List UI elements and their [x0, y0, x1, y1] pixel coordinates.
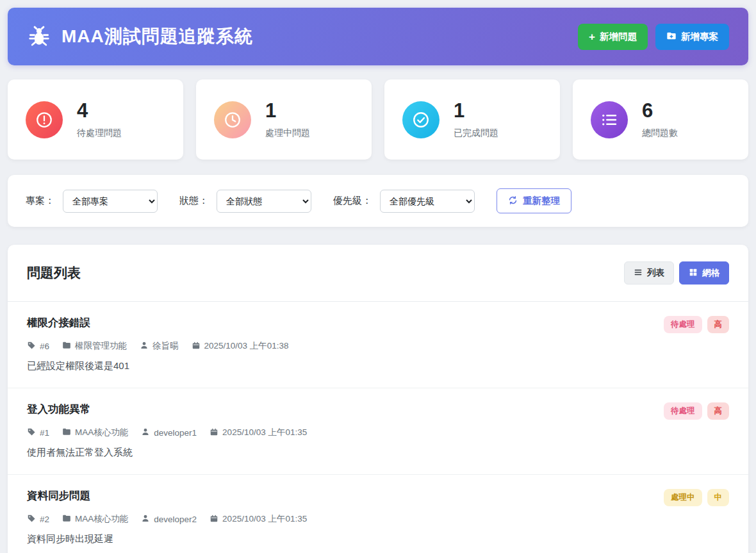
grid-view-label: 網格	[702, 267, 719, 279]
list-view-button[interactable]: 列表	[624, 261, 674, 285]
calendar-icon	[210, 514, 218, 525]
issue-assignee: developer2	[154, 515, 197, 524]
exclamation-circle-icon	[26, 101, 63, 138]
clock-icon	[214, 101, 251, 138]
calendar-icon	[192, 341, 201, 352]
priority-filter-label: 優先級：	[333, 195, 372, 207]
issue-assignee: developer1	[154, 428, 197, 438]
stat-label: 處理中問題	[265, 128, 310, 139]
filter-bar: 專案： 全部專案 狀態： 全部狀態 優先級： 全部優先級 重新整	[8, 175, 748, 227]
check-circle-icon	[402, 101, 440, 138]
issue-title: 登入功能異常	[27, 402, 90, 417]
issue-id: #1	[40, 428, 49, 438]
issue-description: 使用者無法正常登入系統	[27, 447, 729, 459]
issue-date: 2025/10/03 上午01:35	[222, 513, 307, 525]
stat-value: 6	[642, 100, 678, 122]
stat-value: 4	[77, 100, 122, 122]
folder-icon	[62, 514, 71, 525]
issue-list-header: 問題列表 列表	[8, 245, 748, 302]
list-view-icon	[634, 268, 643, 279]
issue-row[interactable]: 登入功能異常 待處理 高 #1 MAA核心功能 developer1	[8, 388, 748, 475]
issue-row[interactable]: 權限介接錯誤 待處理 高 #6 權限管理功能 徐旨暘	[8, 302, 748, 388]
priority-badge: 中	[707, 489, 730, 506]
list-view-label: 列表	[647, 267, 664, 279]
status-badge: 待處理	[664, 316, 702, 333]
grid-view-icon	[689, 268, 698, 279]
page: MAA測試問題追蹤系統 + 新增問題 新增專案	[0, 0, 756, 553]
issue-row[interactable]: 資料同步問題 處理中 中 #2 MAA核心功能 developer2	[8, 475, 748, 553]
tag-icon	[27, 514, 36, 525]
status-filter-select[interactable]: 全部狀態	[217, 190, 311, 213]
add-project-label: 新增專案	[681, 31, 718, 43]
stat-label: 已完成問題	[454, 128, 498, 139]
add-project-button[interactable]: 新增專案	[655, 24, 729, 50]
project-filter-select[interactable]: 全部專案	[63, 190, 158, 213]
issue-description: 已經設定權限後還是401	[27, 360, 729, 372]
user-icon	[140, 341, 149, 352]
issue-date: 2025/10/03 上午01:38	[204, 340, 289, 352]
refresh-icon	[508, 195, 518, 207]
refresh-label: 重新整理	[523, 195, 560, 207]
stat-card-pending: 4 待處理問題	[8, 79, 183, 160]
issue-id: #2	[40, 515, 49, 524]
user-icon	[141, 514, 150, 525]
status-filter-label: 狀態：	[179, 195, 208, 207]
issue-project: MAA核心功能	[75, 427, 128, 438]
stat-card-total: 6 總問題數	[573, 79, 748, 160]
project-filter-label: 專案：	[26, 195, 54, 207]
priority-badge: 高	[707, 402, 730, 420]
header-actions: + 新增問題 新增專案	[578, 24, 729, 50]
refresh-button[interactable]: 重新整理	[497, 188, 571, 213]
stat-value: 1	[454, 100, 498, 122]
app-header: MAA測試問題追蹤系統 + 新增問題 新增專案	[8, 8, 748, 65]
stat-card-progress: 1 處理中問題	[196, 79, 372, 160]
issue-meta: #6 權限管理功能 徐旨暘 2025/10/03 上午01:38	[27, 340, 729, 352]
issue-meta: #2 MAA核心功能 developer2 2025/10/03 上午01:35	[27, 513, 729, 525]
priority-filter-select[interactable]: 全部優先級	[380, 190, 475, 213]
calendar-icon	[210, 427, 218, 438]
folder-icon	[62, 427, 71, 438]
issue-project: 權限管理功能	[75, 340, 127, 352]
status-badge: 處理中	[664, 489, 702, 506]
plus-icon: +	[589, 31, 595, 42]
page-title: MAA測試問題追蹤系統	[62, 24, 253, 49]
grid-view-button[interactable]: 網格	[679, 261, 729, 285]
issue-project: MAA核心功能	[75, 513, 128, 525]
issue-title: 權限介接錯誤	[27, 316, 90, 330]
issue-meta: #1 MAA核心功能 developer1 2025/10/03 上午01:35	[27, 427, 729, 438]
user-icon	[141, 427, 150, 438]
folder-icon	[62, 341, 71, 352]
add-issue-label: 新增問題	[600, 31, 637, 43]
bug-icon	[27, 24, 51, 49]
add-issue-button[interactable]: + 新增問題	[578, 24, 648, 50]
status-badge: 待處理	[664, 402, 702, 420]
issue-id: #6	[40, 342, 49, 351]
issue-title: 資料同步問題	[27, 489, 90, 503]
stats-row: 4 待處理問題 1 處理中問題	[8, 79, 748, 160]
tag-icon	[27, 427, 36, 438]
stat-value: 1	[265, 100, 310, 122]
issue-list-title: 問題列表	[27, 264, 81, 282]
issue-date: 2025/10/03 上午01:35	[222, 427, 307, 438]
list-icon	[591, 101, 628, 138]
folder-plus-icon	[666, 31, 677, 43]
stat-label: 總問題數	[642, 128, 678, 139]
tag-icon	[27, 341, 36, 352]
view-toggle: 列表 網格	[624, 261, 729, 285]
priority-badge: 高	[707, 316, 730, 333]
stat-card-done: 1 已完成問題	[384, 79, 560, 160]
issue-assignee: 徐旨暘	[152, 340, 179, 352]
issue-description: 資料同步時出現延遲	[27, 533, 729, 545]
stat-label: 待處理問題	[77, 128, 122, 139]
issue-list-card: 問題列表 列表	[8, 245, 748, 553]
